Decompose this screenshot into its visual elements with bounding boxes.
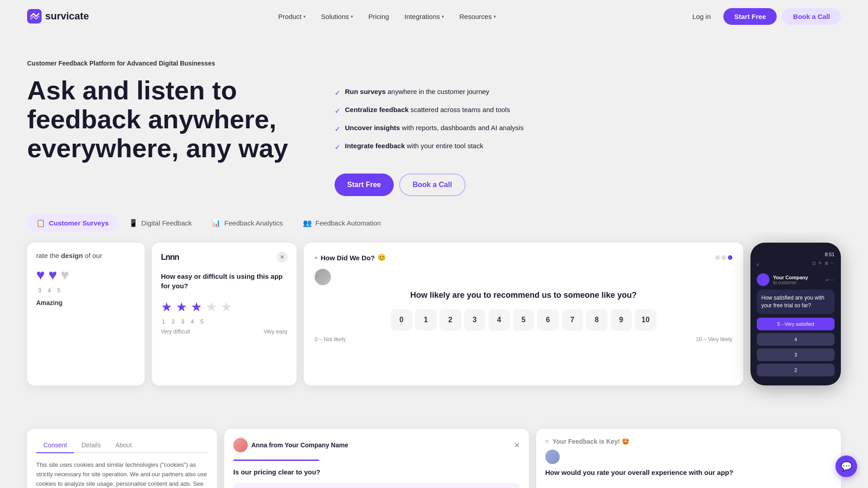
nps-number-0[interactable]: 0: [391, 309, 412, 331]
star-empty[interactable]: ★: [206, 300, 217, 314]
feature-bold: Integrate feedback: [345, 142, 405, 150]
nav-product[interactable]: Product ▾: [272, 9, 312, 24]
consent-tab-consent[interactable]: Consent: [36, 438, 74, 453]
feature-list: ✓ Run surveys anywhere in the customer j…: [335, 87, 841, 159]
edit-icon: ✎: [818, 261, 822, 268]
hero-right: ✓ Run surveys anywhere in the customer j…: [335, 60, 841, 196]
nps-legend: 0 – Not likely 10 – Very likely: [315, 336, 732, 343]
heart-filled[interactable]: ♥: [577, 483, 585, 488]
nav-integrations[interactable]: Integrations ▾: [398, 9, 450, 24]
nps-label-right: 10 – Very likely: [696, 336, 732, 343]
nps-number-6[interactable]: 6: [537, 309, 559, 331]
star-filled[interactable]: ★: [161, 300, 172, 314]
heart-filled[interactable]: ♥: [545, 483, 553, 488]
heart-filled[interactable]: ♥: [599, 483, 607, 488]
heart-empty[interactable]: ♥: [61, 267, 69, 283]
star-labels: Very difficult Very easy: [161, 328, 288, 335]
mobile-option-4[interactable]: 4: [757, 333, 835, 346]
consent-tab-details[interactable]: Details: [74, 438, 108, 452]
consent-tabs: Consent Details About: [36, 438, 208, 453]
survey-progress-bar: [233, 460, 319, 461]
mobile-option-2[interactable]: 2: [757, 364, 835, 376]
mobile-message-header: Your Company to customer ↩ ···: [757, 273, 835, 286]
star-filled[interactable]: ★: [176, 300, 187, 314]
nav-resources[interactable]: Resources ▾: [453, 9, 502, 24]
nps-number-4[interactable]: 4: [488, 309, 510, 331]
preview-bottom-row: Consent Details About This site uses coo…: [0, 422, 868, 488]
radio-option-yes[interactable]: Yes: [233, 483, 520, 488]
login-button[interactable]: Log in: [685, 9, 718, 24]
small-dot: [545, 440, 549, 443]
nav-pricing[interactable]: Pricing: [362, 9, 396, 24]
nps-number-5[interactable]: 5: [513, 309, 534, 331]
mobile-avatar: [757, 273, 769, 286]
hearts-card-question: How would you rate your overall experien…: [545, 469, 832, 476]
digital-icon: 📱: [129, 219, 138, 227]
nps-number-9[interactable]: 9: [610, 309, 632, 331]
star-numbers: 1 2 3 4 5: [161, 318, 288, 325]
consent-tab-about[interactable]: About: [108, 438, 139, 452]
logo[interactable]: survicate: [27, 9, 89, 23]
back-icon: ‹: [757, 261, 759, 268]
heart-filled[interactable]: ♥: [556, 483, 564, 488]
amazing-label: Amazing: [36, 299, 136, 306]
feature-bold: Centralize feedback: [345, 106, 409, 113]
mobile-option-5[interactable]: 5 - Very satisfied: [757, 318, 835, 330]
tab-feedback-analytics[interactable]: 📊 Feedback Analytics: [203, 214, 292, 232]
heart-filled[interactable]: ♥: [567, 483, 575, 488]
survey-partial-text: rate the design of our: [36, 252, 136, 259]
header-book-call-button[interactable]: Book a Call: [782, 8, 841, 25]
nps-number-10[interactable]: 10: [635, 309, 656, 331]
nps-scale: 0 1 2 3 4 5 6 7 8 9 10: [315, 309, 732, 331]
hero-start-free-button[interactable]: Start Free: [335, 174, 394, 196]
tabs-section: 📋 Customer Surveys 📱 Digital Feedback 📊 …: [0, 196, 868, 232]
close-button[interactable]: ✕: [277, 252, 288, 263]
nps-number-8[interactable]: 8: [586, 309, 608, 331]
main-nav: Product ▾ Solutions ▾ Pricing Integratio…: [272, 9, 502, 24]
star-filled[interactable]: ★: [191, 300, 202, 314]
nav-solutions[interactable]: Solutions ▾: [315, 9, 359, 24]
feature-bold: Run surveys: [345, 88, 386, 95]
more-icon: ···: [831, 261, 835, 268]
tab-customer-surveys[interactable]: 📋 Customer Surveys: [27, 214, 118, 232]
hero-title: Ask and listen to feedback anywhere, eve…: [27, 76, 307, 162]
difficulty-card-header: Lnnn ✕: [161, 252, 288, 263]
logo-icon: [27, 9, 42, 23]
hearts-survey-card: rate the design of our ♥ ♥ ♥ 3 4 5 Amazi…: [27, 243, 145, 385]
hero-tag: Customer Feedback Platform for Advanced …: [27, 60, 307, 67]
heart-filled[interactable]: ♥: [48, 267, 57, 283]
tab-feedback-automation[interactable]: 👥 Feedback Automation: [294, 214, 390, 232]
nps-number-7[interactable]: 7: [561, 309, 583, 331]
nps-question: How likely are you to recommend us to so…: [315, 291, 732, 300]
tab-digital-feedback[interactable]: 📱 Digital Feedback: [120, 214, 201, 232]
hero-book-call-button[interactable]: Book a Call: [399, 174, 466, 196]
dot-icon: ●: [315, 254, 318, 261]
copy-icon: ⊡: [812, 261, 816, 268]
stars-row: ★ ★ ★ ★ ★: [161, 300, 288, 314]
chat-avatar: [233, 438, 248, 452]
chevron-down-icon: ▾: [351, 14, 353, 19]
nps-number-3[interactable]: 3: [464, 309, 486, 331]
hero-buttons: Start Free Book a Call: [335, 174, 841, 196]
star-empty[interactable]: ★: [221, 300, 232, 314]
header-start-free-button[interactable]: Start Free: [723, 8, 777, 25]
nps-number-2[interactable]: 2: [439, 309, 461, 331]
chat-question: Is our pricing clear to you?: [233, 468, 520, 476]
heart-filled[interactable]: ♥: [36, 267, 45, 283]
check-icon: ✓: [335, 88, 340, 99]
mobile-question-bubble: How satisfied are you with your free tri…: [757, 290, 835, 314]
mobile-action-icons: ⊡ ✎ ⊞ ···: [812, 261, 835, 268]
check-icon: ✓: [335, 124, 340, 135]
heart-filled[interactable]: ♥: [588, 483, 596, 488]
nps-number-1[interactable]: 1: [415, 309, 437, 331]
consent-card: Consent Details About This site uses coo…: [27, 429, 217, 488]
heart-filled[interactable]: ♥: [610, 483, 618, 488]
chat-support-button[interactable]: 💬: [835, 455, 857, 477]
mobile-option-3[interactable]: 3: [757, 348, 835, 361]
chat-icon: 💬: [841, 461, 852, 472]
nps-title: ● How Did We Do? 😊: [315, 253, 386, 262]
check-icon: ✓: [335, 106, 340, 117]
surveys-icon: 📋: [36, 219, 45, 227]
chat-close-button[interactable]: ✕: [514, 441, 520, 450]
chevron-down-icon: ▾: [494, 14, 496, 19]
